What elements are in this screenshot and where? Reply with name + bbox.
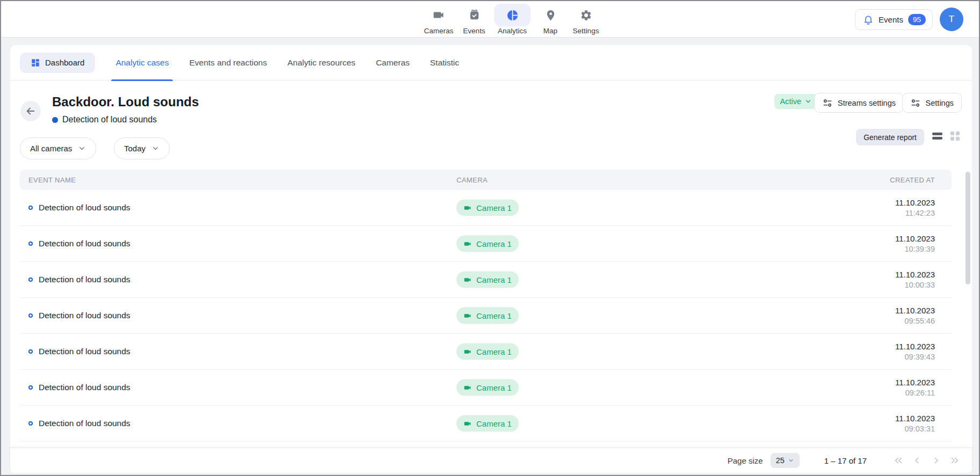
- nav-item-events[interactable]: Events: [459, 4, 490, 35]
- tab-label: Analytic resources: [287, 58, 355, 68]
- avatar-initial: T: [949, 14, 954, 25]
- table-row[interactable]: Detection of loud sounds Camera 1 11.10.…: [20, 190, 952, 226]
- events-count-badge: 95: [908, 14, 926, 25]
- created-at-cell: 11.10.202311:42:23: [895, 198, 935, 217]
- event-date: 11.10.2023: [895, 234, 935, 243]
- next-page-icon[interactable]: [931, 456, 941, 465]
- camera-filter-dropdown[interactable]: All cameras: [20, 137, 96, 159]
- table-row[interactable]: Detection of loud sounds Camera 1 11.10.…: [20, 262, 952, 298]
- camera-badge[interactable]: Camera 1: [456, 307, 519, 324]
- camera-badge[interactable]: Camera 1: [456, 236, 519, 252]
- camera-filter-value: All cameras: [30, 144, 72, 153]
- case-settings-button[interactable]: Settings: [902, 93, 962, 113]
- tab-events-and-reactions[interactable]: Events and reactions: [189, 45, 267, 80]
- back-button[interactable]: [20, 101, 41, 121]
- nav-item-cameras[interactable]: Cameras: [423, 4, 454, 35]
- created-at-cell: 11.10.202310:39:39: [895, 234, 935, 253]
- page-subtitle-label: Detection of loud sounds: [62, 115, 157, 125]
- camera-badge[interactable]: Camera 1: [456, 200, 519, 216]
- created-at-cell: 11.10.202310:00:33: [895, 270, 935, 289]
- event-date: 11.10.2023: [895, 198, 935, 207]
- tab-statistic[interactable]: Statistic: [430, 45, 459, 80]
- tab-dashboard[interactable]: Dashboard: [20, 53, 95, 73]
- camera-badge-label: Camera 1: [476, 275, 512, 284]
- previous-page-icon[interactable]: [912, 456, 922, 465]
- tab-label: Dashboard: [45, 58, 84, 67]
- camera-badge[interactable]: Camera 1: [456, 343, 519, 360]
- event-ring-icon: [28, 241, 33, 246]
- event-time: 09:03:31: [895, 424, 935, 433]
- table-row[interactable]: Detection of loud sounds Camera 1 11.10.…: [20, 334, 952, 370]
- page-subtitle: Detection of loud sounds: [52, 115, 157, 125]
- back-arrow-icon: [25, 105, 37, 117]
- videocam-icon: [463, 419, 472, 428]
- gear-icon: [570, 4, 601, 26]
- tab-analytic-resources[interactable]: Analytic resources: [287, 45, 355, 80]
- tab-analytic-cases[interactable]: Analytic cases: [115, 45, 169, 80]
- last-page-icon[interactable]: [950, 456, 960, 465]
- chevron-down-icon: [788, 457, 794, 464]
- nav-item-map[interactable]: Map: [535, 4, 566, 35]
- generate-report-button[interactable]: Generate report: [856, 129, 924, 145]
- pagination-range: 1 – 17 of 17: [824, 456, 867, 465]
- event-time: 10:00:33: [895, 281, 935, 289]
- chevron-down-icon: [804, 98, 812, 105]
- table-row[interactable]: Detection of loud sounds Camera 1 11.10.…: [20, 370, 952, 406]
- pagination-footer: Page size 25 1 – 17 of 17: [10, 448, 972, 473]
- created-at-cell: 11.10.202309:55:46: [895, 306, 935, 325]
- camera-badge[interactable]: Camera 1: [456, 379, 519, 396]
- tab-label: Analytic cases: [115, 58, 169, 68]
- nav-label: Events: [463, 27, 485, 35]
- column-header-event-name: EVENT NAME: [28, 176, 76, 184]
- date-filter-dropdown[interactable]: Today: [114, 137, 170, 159]
- camera-badge[interactable]: Camera 1: [456, 415, 519, 432]
- column-header-camera: CAMERA: [456, 176, 488, 184]
- event-ring-icon: [28, 385, 33, 390]
- camera-badge-label: Camera 1: [476, 239, 512, 248]
- app-window: Cameras Events Analytics: [0, 0, 980, 476]
- chevron-down-icon: [151, 144, 159, 152]
- table-row[interactable]: Detection of loud sounds Camera 1 11.10.…: [20, 226, 952, 262]
- event-time: 11:42:23: [895, 209, 935, 217]
- list-view-icon[interactable]: [932, 131, 942, 141]
- table-row[interactable]: Detection of loud sounds Camera 1 11.10.…: [20, 298, 952, 334]
- event-ring-icon: [28, 349, 33, 354]
- page-size-dropdown[interactable]: 25: [771, 453, 800, 468]
- bell-icon: [863, 14, 874, 25]
- camera-badge-label: Camera 1: [476, 203, 512, 213]
- grid-view-icon[interactable]: [950, 131, 960, 141]
- event-rows: Detection of loud sounds Camera 1 11.10.…: [20, 190, 952, 442]
- event-ring-icon: [28, 313, 33, 318]
- tab-cameras[interactable]: Cameras: [376, 45, 410, 80]
- tab-label: Events and reactions: [189, 58, 267, 68]
- camera-badge-label: Camera 1: [476, 347, 512, 356]
- status-dropdown[interactable]: Active: [774, 94, 818, 109]
- videocam-icon: [463, 203, 472, 212]
- event-name: Detection of loud sounds: [39, 275, 130, 284]
- date-filter-value: Today: [124, 144, 146, 153]
- events-notifications-button[interactable]: Events 95: [855, 9, 933, 30]
- events-button-label: Events: [879, 15, 903, 24]
- camera-badge-label: Camera 1: [476, 419, 512, 428]
- event-date: 11.10.2023: [895, 378, 935, 387]
- nav-item-analytics[interactable]: Analytics: [494, 4, 531, 35]
- streams-settings-button[interactable]: Streams settings: [814, 93, 904, 113]
- vertical-scrollbar[interactable]: [966, 172, 970, 284]
- table-row[interactable]: Detection of loud sounds Camera 1 11.10.…: [20, 406, 952, 442]
- avatar[interactable]: T: [940, 8, 963, 31]
- event-date: 11.10.2023: [895, 270, 935, 279]
- view-toggles: [932, 131, 960, 141]
- status-label: Active: [780, 97, 802, 106]
- camera-badge[interactable]: Camera 1: [456, 272, 519, 288]
- nav-item-settings[interactable]: Settings: [570, 4, 601, 35]
- event-date: 11.10.2023: [895, 414, 935, 423]
- nav-label: Cameras: [424, 27, 454, 35]
- created-at-cell: 11.10.202309:03:31: [895, 414, 935, 433]
- event-name: Detection of loud sounds: [39, 347, 130, 356]
- column-header-created-at: CREATED AT: [890, 176, 935, 184]
- event-time: 09:55:46: [895, 317, 935, 325]
- tab-label: Cameras: [376, 58, 410, 68]
- pie-chart-icon: [494, 4, 531, 26]
- first-page-icon[interactable]: [894, 456, 903, 465]
- created-at-cell: 11.10.202309:26:11: [895, 378, 935, 397]
